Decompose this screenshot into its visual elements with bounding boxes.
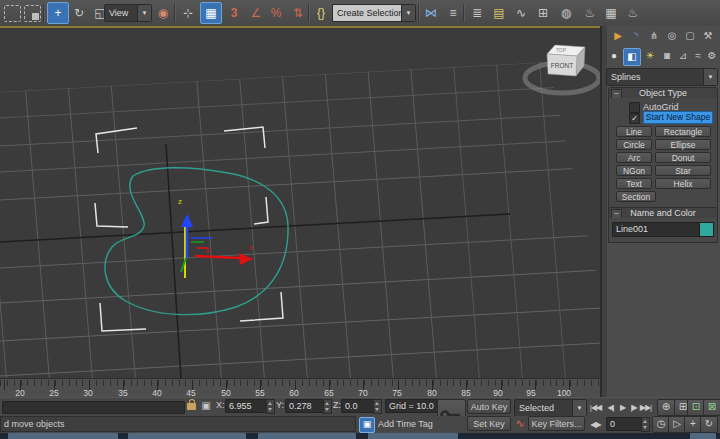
gizmo-x-axis[interactable] bbox=[195, 256, 240, 258]
z-coord-field[interactable]: 0.0 bbox=[341, 399, 376, 413]
shape-button-ngon[interactable]: NGon bbox=[616, 165, 652, 176]
rectangular-selection-region-icon[interactable] bbox=[4, 5, 21, 22]
current-frame-field[interactable]: 0 bbox=[606, 417, 644, 431]
mirror-icon[interactable]: ⋈ bbox=[421, 3, 441, 23]
object-color-swatch[interactable] bbox=[699, 222, 714, 237]
window-crossing-icon[interactable] bbox=[24, 5, 41, 22]
time-tag-icon[interactable]: ▣ bbox=[359, 417, 375, 433]
y-coord-spinner[interactable] bbox=[323, 399, 332, 414]
move-gizmo[interactable]: z x bbox=[178, 197, 253, 278]
use-pivot-center-icon[interactable]: ◉ bbox=[153, 3, 173, 23]
key-selection-dropdown[interactable]: Selected ▼ bbox=[514, 399, 587, 417]
edit-named-selection-sets-icon[interactable]: {} bbox=[311, 3, 331, 23]
absolute-mode-icon[interactable]: ▣ bbox=[199, 399, 213, 413]
keyboard-override-icon[interactable]: ▦ bbox=[200, 2, 222, 24]
shape-button-circle[interactable]: Circle bbox=[616, 139, 652, 150]
zoom-extents-all-icon[interactable]: ⊠ bbox=[703, 399, 720, 416]
tab-modify[interactable]: ◝ bbox=[628, 28, 644, 44]
x-coord-label: X: bbox=[216, 400, 225, 410]
go-to-start-icon[interactable]: |◀◀ bbox=[589, 401, 602, 414]
viewport-scene: z x TOP FRONT bbox=[0, 26, 600, 378]
y-coord-label: Y: bbox=[276, 400, 284, 410]
perspective-viewport[interactable]: z x TOP FRONT bbox=[0, 26, 600, 378]
curve-editor-icon[interactable]: ∿ bbox=[511, 3, 531, 23]
category-helpers[interactable]: ⊿ bbox=[675, 48, 691, 64]
named-selection-set-dropdown[interactable]: Create Selection Se ▼ bbox=[332, 4, 416, 22]
rendered-frame-window-icon[interactable]: ▦ bbox=[601, 3, 621, 23]
current-frame-spinner[interactable] bbox=[641, 417, 650, 432]
shape-category-dropdown[interactable]: Splines ▼ bbox=[606, 68, 718, 86]
shape-button-ellipse[interactable]: Ellipse bbox=[655, 139, 711, 150]
add-time-tag-label[interactable]: Add Time Tag bbox=[378, 419, 433, 429]
key-mode-toggle-icon[interactable]: ◀▶ bbox=[589, 418, 602, 431]
category-systems[interactable]: ⚙ bbox=[704, 48, 720, 64]
start-new-shape-checkbox[interactable]: ✓ bbox=[629, 113, 640, 124]
taskbar-button[interactable] bbox=[8, 433, 118, 439]
go-to-end-icon[interactable]: ▶▶| bbox=[639, 401, 652, 414]
schematic-view-icon[interactable]: ⊞ bbox=[533, 3, 553, 23]
autogrid-checkbox[interactable] bbox=[629, 102, 640, 113]
taskbar-button[interactable] bbox=[128, 433, 246, 439]
render-setup-icon[interactable]: ♨ bbox=[580, 3, 600, 23]
taskbar-button[interactable] bbox=[368, 433, 458, 439]
chevron-down-icon[interactable]: ▼ bbox=[137, 5, 151, 21]
shape-button-text[interactable]: Text bbox=[616, 178, 652, 189]
time-slider-ruler[interactable]: 20 25 30 35 40 45 50 55 60 65 70 75 80 8… bbox=[0, 378, 600, 399]
x-coord-field[interactable]: 6.955 bbox=[225, 399, 269, 413]
chevron-down-icon[interactable]: ▼ bbox=[703, 69, 717, 85]
toolbar-separator bbox=[174, 4, 176, 22]
orbit-icon[interactable]: ↻ bbox=[700, 416, 718, 433]
material-editor-icon[interactable]: ◍ bbox=[556, 3, 576, 23]
percent-snap-icon[interactable]: % bbox=[266, 3, 286, 23]
set-key-button[interactable]: Set Key bbox=[467, 416, 511, 431]
chevron-down-icon[interactable]: ▼ bbox=[401, 5, 415, 21]
viewcube[interactable]: TOP FRONT bbox=[525, 45, 599, 93]
shape-button-arc[interactable]: Arc bbox=[616, 152, 652, 163]
taskbar-tray[interactable] bbox=[690, 433, 716, 439]
toolbar-separator bbox=[43, 4, 45, 22]
category-shapes[interactable]: ◧ bbox=[623, 48, 641, 66]
scene-folder-icon[interactable]: ▤ bbox=[489, 3, 509, 23]
shape-button-helix[interactable]: Helix bbox=[655, 178, 711, 189]
key-filters-button[interactable]: Key Filters... bbox=[528, 416, 585, 431]
select-and-manipulate-icon[interactable]: ⊹ bbox=[178, 3, 198, 23]
category-lights[interactable]: ☀ bbox=[642, 48, 658, 64]
y-coord-field[interactable]: 0.278 bbox=[285, 399, 326, 413]
tab-hierarchy[interactable]: ⋔ bbox=[646, 28, 662, 44]
shape-button-donut[interactable]: Donut bbox=[655, 152, 711, 163]
reference-coordsys-dropdown[interactable]: View ▼ bbox=[104, 4, 152, 22]
zoom-icon[interactable]: ⊕ bbox=[657, 399, 675, 416]
auto-key-button[interactable]: Auto Key bbox=[467, 399, 511, 414]
reference-coordsys-value: View bbox=[105, 8, 137, 18]
render-production-icon[interactable]: ♨ bbox=[623, 3, 643, 23]
shape-button-star[interactable]: Star bbox=[655, 165, 711, 176]
track-bar[interactable] bbox=[2, 401, 185, 414]
set-key-curve-icon[interactable]: ∿ bbox=[513, 417, 526, 430]
tab-display[interactable]: ▢ bbox=[682, 28, 698, 44]
category-geometry[interactable]: ● bbox=[606, 48, 622, 64]
tab-utilities[interactable]: ⚒ bbox=[700, 28, 716, 44]
category-cameras[interactable]: ◙ bbox=[659, 48, 675, 64]
viewcube-front-label: FRONT bbox=[551, 62, 573, 69]
start-new-shape-button[interactable]: Start New Shape bbox=[643, 111, 713, 124]
select-and-move-icon[interactable]: + bbox=[47, 2, 69, 24]
z-coord-spinner[interactable] bbox=[373, 399, 382, 414]
taskbar-button[interactable] bbox=[258, 433, 356, 439]
select-and-rotate-icon[interactable]: ↻ bbox=[69, 3, 89, 23]
angle-snap-icon[interactable]: ∠ bbox=[246, 3, 266, 23]
tab-create[interactable]: ▶ bbox=[610, 28, 626, 44]
named-selection-set-value: Create Selection Se bbox=[333, 8, 401, 18]
shape-button-line[interactable]: Line bbox=[616, 126, 652, 137]
chevron-down-icon[interactable]: ▼ bbox=[572, 400, 586, 416]
align-icon[interactable]: ≡ bbox=[443, 3, 463, 23]
spinner-snap-icon[interactable]: ⇅ bbox=[288, 3, 308, 23]
tab-motion[interactable]: ◎ bbox=[664, 28, 680, 44]
x-coord-spinner[interactable] bbox=[266, 399, 275, 414]
object-name-field[interactable]: Line001 bbox=[612, 222, 701, 237]
manage-layers-icon[interactable]: ≣ bbox=[467, 3, 487, 23]
shape-button-section[interactable]: Section bbox=[616, 191, 656, 202]
taskbar-strip bbox=[0, 433, 720, 439]
shape-button-rectangle[interactable]: Rectangle bbox=[655, 126, 711, 137]
snap-toggle-3d-icon[interactable]: 3 bbox=[224, 3, 244, 23]
selection-lock-icon[interactable] bbox=[187, 403, 196, 410]
